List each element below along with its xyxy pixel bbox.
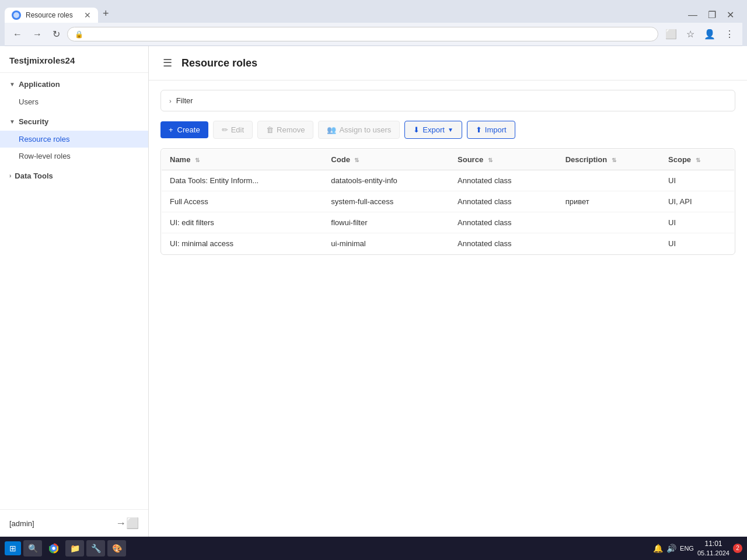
table-row[interactable]: UI: edit filtersflowui-filterAnnotated c…: [162, 212, 735, 233]
browser-controls: ← → ↻ 🔒 localhost:8080/sec/resourcerolem…: [5, 23, 742, 46]
create-button[interactable]: + Create: [160, 121, 208, 138]
cell-scope-1: UI, API: [660, 191, 734, 212]
taskbar-clock: 11:01 05.11.2024: [697, 540, 729, 557]
column-name-label: Name: [170, 155, 190, 164]
table-row[interactable]: Full Accesssystem-full-accessAnnotated c…: [162, 191, 735, 212]
filter-label: Filter: [176, 96, 193, 105]
column-description-label: Description: [566, 155, 608, 164]
taskbar-date-display: 05.11.2024: [697, 549, 729, 557]
sidebar-item-label-users: Users: [19, 97, 39, 106]
taskbar-app-files[interactable]: 📁: [65, 540, 84, 556]
cell-name-1: Full Access: [162, 191, 323, 212]
edit-button[interactable]: ✏ Edit: [213, 121, 253, 139]
sort-icon-name: ⇅: [195, 157, 200, 163]
table-header-row: Name ⇅ Code ⇅ Source ⇅: [162, 149, 735, 170]
sort-icon-source: ⇅: [488, 157, 493, 163]
remove-button[interactable]: 🗑 Remove: [257, 121, 313, 139]
cell-description-1: привет: [557, 191, 660, 212]
sidebar-section-label-application: Application: [19, 80, 60, 89]
menu-button[interactable]: ⋮: [721, 26, 738, 42]
page-title: Resource roles: [181, 57, 257, 69]
main-header: ☰ Resource roles: [149, 46, 747, 80]
cell-description-3: [557, 233, 660, 254]
chevron-down-icon: ▼: [9, 81, 15, 88]
cell-source-3: Annotated class: [449, 233, 557, 254]
cell-scope-2: UI: [660, 212, 734, 233]
filter-section[interactable]: › Filter: [160, 90, 735, 111]
column-header-name[interactable]: Name ⇅: [162, 149, 323, 170]
column-source-label: Source: [458, 155, 483, 164]
cell-code-2: flowui-filter: [323, 212, 449, 233]
back-button[interactable]: ←: [9, 27, 26, 42]
forward-button[interactable]: →: [29, 27, 46, 42]
sidebar-section-data-tools: › Data Tools: [0, 167, 148, 185]
edit-icon: ✏: [222, 125, 228, 134]
create-button-label: Create: [177, 125, 200, 134]
remove-button-label: Remove: [277, 125, 305, 134]
table-row[interactable]: Data Tools: Entity Inform...datatools-en…: [162, 170, 735, 191]
sidebar-item-label-resource-roles: Resource roles: [19, 135, 69, 144]
lock-icon: 🔒: [75, 30, 83, 38]
table-header: Name ⇅ Code ⇅ Source ⇅: [162, 149, 735, 170]
column-header-code[interactable]: Code ⇅: [323, 149, 449, 170]
bookmark-button[interactable]: ☆: [683, 26, 698, 42]
sidebar: Testjmixroles24 ▼ Application Users ▼ Se…: [0, 46, 149, 537]
export-button[interactable]: ⬇ Export ▼: [404, 121, 462, 139]
export-button-label: Export: [423, 125, 445, 134]
hamburger-button[interactable]: ☰: [160, 54, 174, 72]
tab-close-button[interactable]: ✕: [84, 11, 91, 19]
import-button-label: Import: [485, 125, 507, 134]
assign-button-label: Assign to users: [339, 125, 391, 134]
taskbar: ⊞ 🔍 📁 🔧 🎨 🔔 🔊 ENG 11:01 05.11.2024 2: [0, 537, 747, 560]
browser-chrome: Resource roles ✕ + — ❐ ✕ ← → ↻ 🔒 localho…: [0, 0, 747, 46]
sidebar-item-resource-roles[interactable]: Resource roles: [0, 131, 148, 148]
main-content: ☰ Resource roles › Filter + Create ✏ Edi…: [149, 46, 747, 537]
minimize-button[interactable]: —: [685, 8, 701, 23]
taskbar-icon-sound: 🔊: [666, 544, 676, 553]
column-header-source[interactable]: Source ⇅: [449, 149, 557, 170]
trash-icon: 🗑: [266, 125, 274, 134]
taskbar-app-misc2[interactable]: 🎨: [107, 540, 126, 556]
table-row[interactable]: UI: minimal accessui-minimalAnnotated cl…: [162, 233, 735, 254]
column-code-label: Code: [331, 155, 350, 164]
sidebar-section-header-application[interactable]: ▼ Application: [0, 75, 148, 93]
sidebar-item-row-level-roles[interactable]: Row-level roles: [0, 148, 148, 164]
taskbar-app-misc1[interactable]: 🔧: [86, 540, 105, 556]
taskbar-system-tray: 🔔 🔊 ENG 11:01 05.11.2024 2: [653, 540, 742, 557]
cell-source-1: Annotated class: [449, 191, 557, 212]
assign-icon: 👥: [327, 125, 336, 134]
assign-to-users-button[interactable]: 👥 Assign to users: [318, 121, 400, 139]
cell-source-0: Annotated class: [449, 170, 557, 191]
sidebar-brand: Testjmixroles24: [0, 46, 148, 73]
resource-roles-table: Name ⇅ Code ⇅ Source ⇅: [161, 149, 735, 254]
reload-button[interactable]: ↻: [49, 26, 64, 42]
column-header-scope[interactable]: Scope ⇅: [660, 149, 734, 170]
new-tab-button[interactable]: +: [98, 5, 114, 23]
address-bar[interactable]: 🔒 localhost:8080/sec/resourcerolemodels: [67, 27, 658, 41]
sidebar-item-label-row-level-roles: Row-level roles: [19, 152, 71, 160]
profile-button[interactable]: 👤: [700, 26, 719, 42]
url-input[interactable]: localhost:8080/sec/resourcerolemodels: [88, 30, 651, 38]
active-tab[interactable]: Resource roles ✕: [5, 8, 98, 23]
sidebar-item-users[interactable]: Users: [0, 93, 148, 110]
sidebar-section-header-security[interactable]: ▼ Security: [0, 113, 148, 131]
tab-favicon: [12, 10, 21, 20]
data-table-wrapper: Name ⇅ Code ⇅ Source ⇅: [160, 148, 735, 255]
close-window-button[interactable]: ✕: [723, 7, 738, 23]
chevron-down-icon-security: ▼: [9, 118, 15, 125]
sidebar-section-security: ▼ Security Resource roles Row-level role…: [0, 113, 148, 164]
taskbar-app-chrome[interactable]: [44, 540, 63, 556]
start-button[interactable]: ⊞: [5, 541, 21, 555]
cast-button[interactable]: ⬜: [662, 26, 680, 42]
sort-icon-description: ⇅: [612, 157, 616, 163]
taskbar-app-search[interactable]: 🔍: [23, 540, 42, 556]
browser-tabs: Resource roles ✕ + — ❐ ✕: [5, 5, 742, 23]
import-button[interactable]: ⬆ Import: [467, 121, 515, 139]
cell-description-0: [557, 170, 660, 191]
sidebar-section-header-data-tools[interactable]: › Data Tools: [0, 167, 148, 185]
column-header-description[interactable]: Description ⇅: [557, 149, 660, 170]
notification-badge[interactable]: 2: [733, 544, 742, 553]
restore-button[interactable]: ❐: [704, 7, 720, 23]
logout-button[interactable]: →⬜: [116, 517, 139, 530]
export-icon: ⬇: [413, 125, 420, 134]
